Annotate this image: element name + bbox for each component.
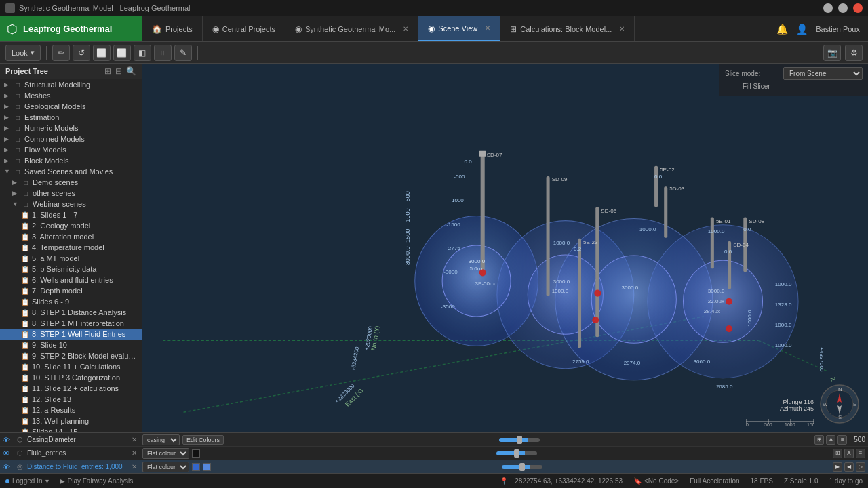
sidebar-item-estimation[interactable]: ▶ □ Estimation (0, 112, 142, 123)
play-icon[interactable]: ▶ (833, 462, 842, 472)
edit-colours-btn[interactable]: Edit Colours (182, 435, 224, 445)
camera-btn[interactable]: 📷 (823, 45, 841, 61)
sidebar-item-structural[interactable]: ▶ □ Structural Modelling (0, 79, 142, 90)
sidebar-item-slide13[interactable]: 📋 13. Well planning (0, 415, 142, 426)
visibility-toggle-fluid[interactable]: 👁 (3, 449, 12, 458)
prev-icon[interactable]: ◀ (844, 462, 854, 472)
svg-text:1000.0: 1000.0 (775, 322, 792, 328)
tab-synthetic[interactable]: ◉ Synthetic Geothermal Mo... ✕ (285, 16, 418, 41)
tab-close-synthetic[interactable]: ✕ (403, 25, 408, 33)
sidebar-item-slide1[interactable]: 📋 1. Slides 1 - 7 (0, 209, 142, 220)
grid-icon[interactable]: ⊞ (833, 449, 842, 458)
dist1000-opacity-slider[interactable] (502, 465, 542, 469)
sidebar-item-other[interactable]: ▶ □ other scenes (0, 188, 142, 199)
close-button[interactable] (853, 3, 863, 13)
dist1000-colour-select[interactable]: Flat colour (142, 462, 189, 472)
sidebar-item-geological[interactable]: ▶ □ Geological Models (0, 101, 142, 112)
settings-btn[interactable]: ⚙ (845, 45, 863, 61)
sidebar-label: 6. Wells and fluid entries (32, 276, 139, 284)
fluid-colour-select[interactable]: Flat colour (142, 448, 189, 459)
tab-close-calc[interactable]: ✕ (619, 25, 625, 33)
sidebar-item-slide5a[interactable]: 📋 5. a MT model (0, 253, 142, 264)
sidebar-item-slides6-9[interactable]: 📋 Slides 6 - 9 (0, 296, 142, 307)
slice-tool[interactable]: ◧ (134, 45, 151, 61)
next-icon[interactable]: ▷ (856, 462, 865, 472)
dist1000-colour-swatch2[interactable] (203, 463, 211, 471)
sidebar-item-step2-block[interactable]: 📋 9. STEP 2 Block Model evaluation (0, 350, 142, 361)
title-bar: Synthetic Geothermal Model - Leapfrog Ge… (0, 0, 868, 16)
text-icon[interactable]: A (826, 435, 835, 445)
close-casing[interactable]: ✕ (132, 436, 140, 443)
svg-text:0.0: 0.0 (464, 159, 472, 165)
status-logged-in[interactable]: Logged In ▾ (5, 477, 49, 485)
fluid-colour-swatch[interactable] (192, 449, 200, 458)
sidebar-item-webinar[interactable]: ▼ □ Webinar scenes (0, 199, 142, 209)
close-dist1000[interactable]: ✕ (132, 463, 140, 470)
sidebar-item-slide12[interactable]: 📋 12. Slide 13 (0, 394, 142, 405)
minimize-button[interactable] (823, 3, 833, 13)
maximize-button[interactable] (838, 3, 848, 13)
sidebar-item-step1-dist[interactable]: 📋 8. STEP 1 Distance Analysis (0, 307, 142, 318)
tab-scene[interactable]: ◉ Scene View ✕ (418, 16, 500, 41)
notification-icon[interactable]: 🔔 (776, 24, 788, 35)
sidebar-item-slide10[interactable]: 📋 10. Slide 11 + Calculations (0, 361, 142, 372)
sidebar-item-step1-mt[interactable]: 📋 8. STEP 1 MT interpretation (0, 318, 142, 329)
sidebar-item-slide7[interactable]: 📋 7. Depth model (0, 285, 142, 296)
scene-file-icon: 📋 (20, 244, 30, 251)
sidebar-item-slide3[interactable]: 📋 3. Alteration model (0, 231, 142, 242)
sidebar-item-slide4[interactable]: 📋 4. Temperature model (0, 242, 142, 253)
tab-close-scene[interactable]: ✕ (485, 24, 490, 32)
sidebar-item-slide11[interactable]: 📋 11. Slide 12 + calculations (0, 383, 142, 394)
sidebar-item-slide9[interactable]: 📋 9. Slide 10 (0, 340, 142, 350)
sidebar-item-slide12a[interactable]: 📋 12. a Results (0, 405, 142, 415)
sidebar-item-combined[interactable]: ▶ □ Combined Models (0, 134, 142, 144)
tab-central[interactable]: ◉ Central Projects (203, 16, 285, 41)
grid-icon[interactable]: ⊞ (814, 435, 824, 445)
sidebar-label: Numeric Models (24, 124, 139, 132)
select-tool[interactable]: ⬜ (93, 45, 111, 61)
list-icon[interactable]: ≡ (837, 435, 847, 445)
tab-calculations[interactable]: ⊞ Calculations: Block Model... ✕ (500, 16, 635, 41)
measure-tool[interactable]: ⌗ (154, 45, 172, 61)
tab-projects[interactable]: 🏠 Projects (142, 16, 203, 41)
status-play[interactable]: ▶ Play Fairway Analysis (60, 477, 134, 485)
look-dropdown[interactable]: Look ▾ (5, 45, 41, 61)
fluid-opacity-slider[interactable] (496, 451, 537, 455)
sidebar-item-slide6[interactable]: 📋 6. Wells and fluid entries (0, 274, 142, 285)
svg-point-41 (594, 290, 601, 297)
close-fluid[interactable]: ✕ (132, 449, 140, 457)
sidebar-item-block[interactable]: ▶ □ Block Models (0, 155, 142, 166)
casing-colour-select[interactable]: casing (142, 434, 180, 445)
sidebar-item-flow[interactable]: ▶ □ Flow Models (0, 144, 142, 155)
casing-opacity-slider[interactable] (499, 438, 540, 442)
sidebar-item-numeric[interactable]: ▶ □ Numeric Models (0, 123, 142, 134)
sidebar-expand-icon[interactable]: ⊞ (104, 66, 111, 76)
svg-text:3000.0: 3000.0 (553, 279, 570, 285)
sidebar-item-step1-well[interactable]: 📋 8. STEP 1 Well Fluid Entries (0, 329, 142, 340)
sidebar-search-icon[interactable]: 🔍 (126, 66, 136, 76)
sidebar-item-step3[interactable]: 📋 10. STEP 3 Categorization (0, 372, 142, 383)
sidebar-item-slide5b[interactable]: 📋 5. b Seismicity data (0, 264, 142, 274)
rect-tool[interactable]: ⬜ (113, 45, 131, 61)
edit-tool[interactable]: ✎ (174, 45, 192, 61)
text-icon[interactable]: A (844, 449, 854, 458)
dist1000-colour-swatch1[interactable] (192, 463, 200, 471)
viewport[interactable]: -500 -1000 -1500 3000.0 SD-07 0.0 (142, 64, 868, 432)
header-bar: ⬡ Leapfrog Geothermal 🏠 Projects ◉ Centr… (0, 16, 868, 42)
layer-name-casing: CasingDiameter (27, 436, 129, 443)
sidebar-item-slides14[interactable]: 📋 Slides 14 - 15 (0, 426, 142, 432)
draw-tool[interactable]: ✏ (52, 45, 70, 61)
sidebar-item-saved[interactable]: ▼ □ Saved Scenes and Movies (0, 166, 142, 177)
sidebar-filter-icon[interactable]: ⊟ (115, 66, 122, 76)
sidebar-item-meshes[interactable]: ▶ □ Meshes (0, 90, 142, 101)
slice-mode-select[interactable]: From Scene Custom (783, 67, 863, 80)
sidebar-label: Meshes (24, 92, 139, 100)
list-icon[interactable]: ≡ (856, 449, 865, 458)
visibility-toggle-dist1000[interactable]: 👁 (3, 463, 12, 471)
scene-file-icon: 📋 (20, 277, 30, 284)
svg-text:1000.0: 1000.0 (775, 342, 792, 348)
sidebar-item-demo[interactable]: ▶ □ Demo scenes (0, 177, 142, 188)
rotate-tool[interactable]: ↺ (73, 45, 90, 61)
sidebar-item-slide2[interactable]: 📋 2. Geology model (0, 220, 142, 231)
visibility-toggle-casing[interactable]: 👁 (3, 436, 12, 444)
